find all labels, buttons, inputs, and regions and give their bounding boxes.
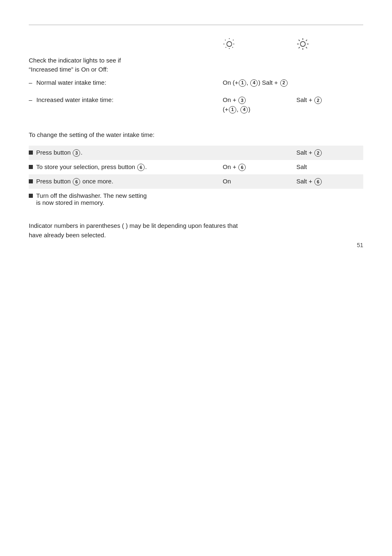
step1-row: Press button 3. Salt + 2 [29, 146, 363, 160]
header-left-cell [29, 37, 223, 56]
page-number: 51 [357, 242, 363, 248]
description-row: Check the indicator lights to see if “In… [29, 56, 363, 74]
page-container: Check the indicator lights to see if “In… [0, 0, 392, 265]
normal-intake-right [296, 74, 363, 92]
step3-right: Salt + 6 [296, 174, 363, 189]
increased-intake-row: – Increased water intake time: On + 3 (+… [29, 91, 363, 118]
svg-line-7 [233, 40, 234, 41]
step2-right: Salt [296, 160, 363, 174]
spacer-row: To change the setting of the water intak… [29, 118, 363, 146]
description-line2: “Increased time” is On or Off: [29, 66, 108, 73]
circle-4b: 4 [240, 106, 248, 114]
circle-1b: 1 [229, 106, 236, 114]
svg-point-0 [227, 42, 232, 46]
increased-intake-label: – Increased water intake time: [29, 91, 223, 118]
step2-mid: On + 6 [223, 160, 296, 174]
description-mid [223, 56, 296, 74]
increased-intake-right: Salt + 2 [296, 91, 363, 118]
step3-mid: On [223, 174, 296, 189]
icon-header-row [29, 37, 363, 56]
footer-line2: have already been selected. [29, 232, 106, 239]
normal-intake-mid: On (+1, 4) Salt + 2 [223, 74, 296, 92]
footer-line1: Indicator numbers in parentheses ( ) may… [29, 222, 238, 229]
circle-3a: 3 [238, 97, 246, 104]
svg-line-17 [299, 47, 300, 49]
header-right-cell [296, 37, 363, 56]
circle-3-step1: 3 [73, 149, 80, 157]
description-text: Check the indicator lights to see if “In… [29, 56, 223, 74]
circle-4a: 4 [250, 79, 258, 87]
svg-line-6 [233, 47, 234, 49]
top-rule [29, 25, 363, 25]
circle-1: 1 [239, 79, 246, 87]
circle-6-step2-mid: 6 [238, 164, 246, 171]
bullet-1 [29, 151, 33, 155]
step2-row: To store your selection, press button 6.… [29, 160, 363, 174]
circle-6-step3-right: 6 [314, 178, 322, 185]
svg-point-9 [300, 42, 305, 46]
step1-text: Press button 3. [29, 146, 223, 160]
svg-line-5 [225, 40, 226, 41]
dash-normal: – [29, 79, 32, 86]
step1-right: Salt + 2 [296, 146, 363, 160]
svg-line-8 [225, 47, 226, 49]
bullet-4 [29, 194, 33, 198]
circle-2-step1: 2 [314, 149, 322, 157]
normal-intake-label: – Normal water intake time: [29, 74, 223, 92]
change-heading: To change the setting of the water intak… [29, 131, 363, 138]
header-mid-cell [223, 37, 296, 56]
bullet-3 [29, 179, 33, 183]
step4-mid [223, 189, 296, 209]
description-right [296, 56, 363, 74]
step2-text: To store your selection, press button 6. [29, 160, 223, 174]
step3-text: Press button 6 once more. [29, 174, 223, 189]
step4-text: Turn off the dishwasher. The new setting… [29, 189, 223, 209]
step3-row: Press button 6 once more. On Salt + 6 [29, 174, 363, 189]
normal-intake-text: Normal water intake time: [37, 79, 106, 86]
step2-content: To store your selection, press button 6. [36, 163, 223, 171]
description-line1: Check the indicator lights to see if [29, 57, 121, 64]
increased-intake-text: Increased water intake time: [37, 96, 114, 103]
footer-note: Indicator numbers in parentheses ( ) may… [29, 221, 363, 240]
dash-increased: – [29, 96, 32, 103]
svg-line-14 [299, 40, 300, 41]
sun-dim-icon [223, 45, 236, 52]
svg-line-15 [306, 47, 307, 49]
svg-line-16 [306, 40, 307, 41]
increased-intake-mid: On + 3 (+1, 4) [223, 91, 296, 118]
sun-bright-icon [296, 45, 309, 52]
step4-row: Turn off the dishwasher. The new setting… [29, 189, 363, 209]
step4-content: Turn off the dishwasher. The new setting… [36, 192, 223, 206]
bullet-2 [29, 165, 33, 169]
circle-6-step2: 6 [137, 164, 145, 171]
circle-2a: 2 [280, 79, 288, 87]
normal-intake-row: – Normal water intake time: On (+1, 4) S… [29, 74, 363, 92]
circle-2b: 2 [314, 97, 322, 104]
step3-content: Press button 6 once more. [36, 178, 223, 185]
main-table: Check the indicator lights to see if “In… [29, 37, 363, 209]
circle-6-step3: 6 [73, 178, 80, 185]
step1-mid [223, 146, 296, 160]
step4-right [296, 189, 363, 209]
step1-content: Press button 3. [36, 149, 223, 157]
